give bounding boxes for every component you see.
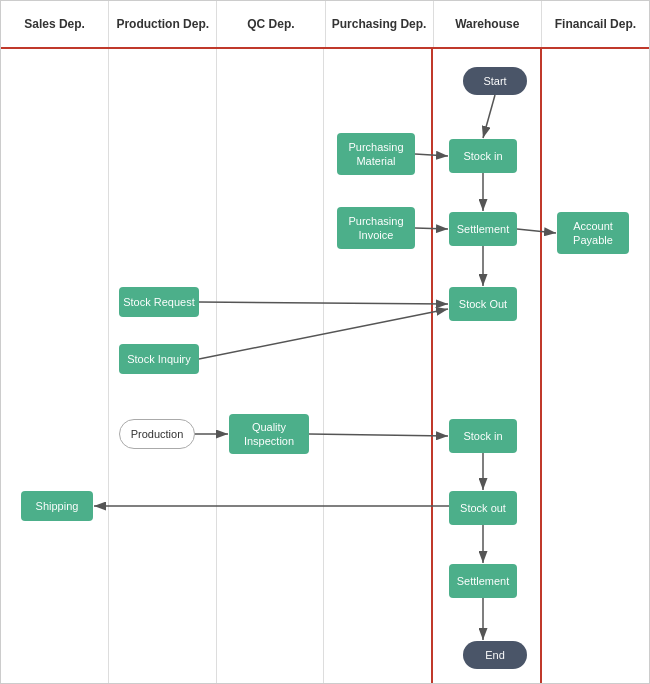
header-warehouse: Warehouse xyxy=(434,1,542,47)
node-purchasing-material: Purchasing Material xyxy=(337,133,415,175)
node-stock-out-1: Stock Out xyxy=(449,287,517,321)
node-account-payable: Account Payable xyxy=(557,212,629,254)
node-purchasing-invoice: Purchasing Invoice xyxy=(337,207,415,249)
header-sales: Sales Dep. xyxy=(1,1,109,47)
diagram-container: Sales Dep. Production Dep. QC Dep. Purch… xyxy=(0,0,650,684)
node-settlement-1: Settlement xyxy=(449,212,517,246)
header-qc: QC Dep. xyxy=(217,1,325,47)
node-stock-in-2: Stock in xyxy=(449,419,517,453)
node-shipping: Shipping xyxy=(21,491,93,521)
node-end: End xyxy=(463,641,527,669)
node-production: Production xyxy=(119,419,195,449)
lane-qc xyxy=(217,49,325,684)
node-stock-out-2: Stock out xyxy=(449,491,517,525)
node-start: Start xyxy=(463,67,527,95)
diagram-body: Start Purchasing Material Stock in Purch… xyxy=(1,49,649,684)
header-production: Production Dep. xyxy=(109,1,217,47)
header-row: Sales Dep. Production Dep. QC Dep. Purch… xyxy=(1,1,649,49)
lanes xyxy=(1,49,649,684)
node-stock-request: Stock Request xyxy=(119,287,199,317)
node-stock-inquiry: Stock Inquiry xyxy=(119,344,199,374)
node-quality-inspection: Quality Inspection xyxy=(229,414,309,454)
node-settlement-2: Settlement xyxy=(449,564,517,598)
header-financial: Financail Dep. xyxy=(542,1,649,47)
lane-financial xyxy=(542,49,649,684)
header-purchasing: Purchasing Dep. xyxy=(326,1,434,47)
node-stock-in-1: Stock in xyxy=(449,139,517,173)
lane-sales xyxy=(1,49,109,684)
